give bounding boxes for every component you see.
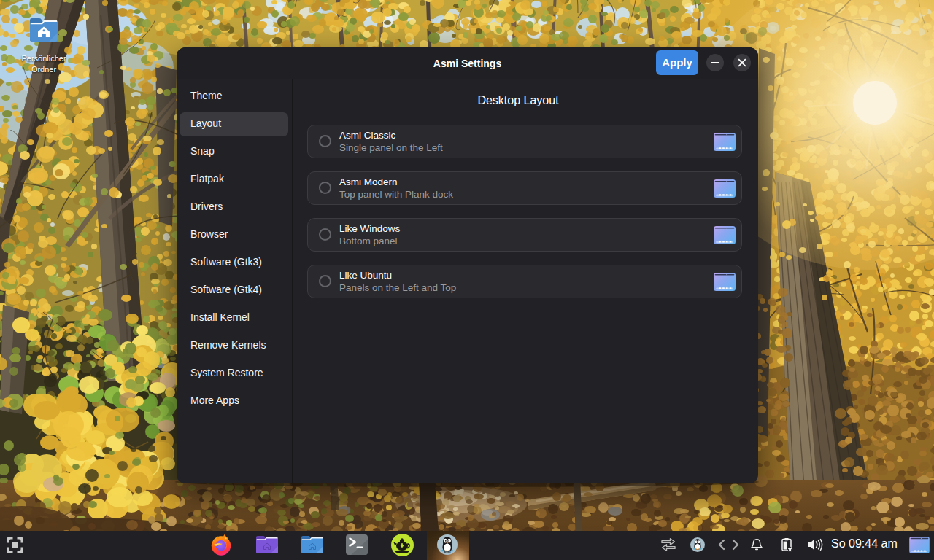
svg-text:ASMI: ASMI: [444, 551, 450, 553]
